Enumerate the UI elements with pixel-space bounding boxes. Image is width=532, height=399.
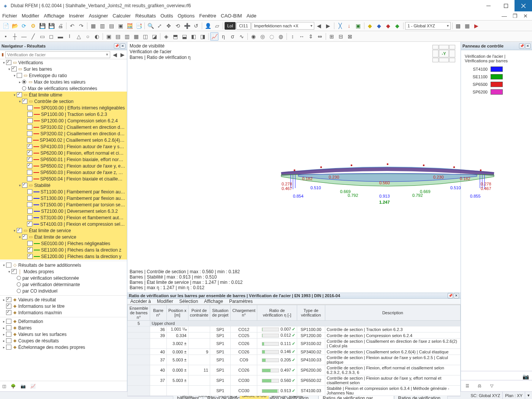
menu-options[interactable]: Options — [177, 13, 195, 19]
iso-icon[interactable]: ◈ — [162, 32, 170, 41]
list-icon[interactable]: ☰ — [464, 383, 471, 390]
menu-affichage[interactable]: Affichage — [44, 13, 64, 19]
tree-row[interactable]: ▸◆Barres — [0, 325, 127, 331]
tree-row[interactable]: par vérification déterminante — [0, 281, 127, 288]
open-icon[interactable]: 📂 — [11, 22, 19, 30]
navfoot-views-icon[interactable]: ◫ — [2, 384, 6, 389]
table3-icon[interactable]: ▤ — [107, 22, 116, 30]
menu-caobim[interactable]: CAO-BIM — [221, 13, 242, 19]
side-icon[interactable]: ⬓ — [180, 32, 188, 41]
show4-icon[interactable]: ◍ — [277, 32, 285, 41]
tree-row[interactable]: ST1100.00 | Flambement par flexion auto.… — [0, 188, 127, 195]
rotate-icon[interactable]: ⟲ — [174, 22, 182, 30]
tree-row[interactable]: Max de vérifications sélectionnées — [0, 85, 127, 92]
cloud-icon[interactable]: ⟳ — [20, 22, 28, 30]
table-icon[interactable]: ▦ — [89, 22, 97, 30]
snap-icon[interactable]: ⊞ — [328, 32, 336, 41]
tree-row[interactable]: ST1300.00 | Flambement par flexion auto.… — [0, 195, 127, 201]
zoomprev-icon[interactable]: ↺ — [192, 22, 200, 30]
tree-row[interactable]: SP4100.03 | Flexion autour de l'axe y se… — [0, 143, 127, 150]
view1-icon[interactable]: ▣ — [104, 32, 113, 41]
close-icon[interactable]: ✕ — [525, 43, 530, 49]
axis-icon[interactable]: ┼ — [11, 32, 19, 41]
show3-icon[interactable]: ◌ — [268, 32, 276, 41]
surface-icon[interactable]: ▭ — [38, 32, 46, 41]
tree-row[interactable]: ST2100.00 | Déversement selon 6.3.2 — [0, 208, 127, 214]
doc-icon[interactable]: 📑 — [135, 22, 143, 30]
imperf-combo[interactable]: Imperfektionen nach +X — [252, 22, 314, 30]
tree-row[interactable]: ◆Informations max/min — [0, 309, 127, 316]
redo-icon[interactable]: ↷ — [77, 22, 86, 30]
results-table[interactable]: Ensemble de barres n°Barre n°Position x … — [127, 305, 461, 396]
view4-icon[interactable]: ▦ — [132, 32, 140, 41]
scale3-icon[interactable]: ⇕ — [307, 32, 315, 41]
tree-row[interactable]: SP6500.03 | Flexion autour de l'axe z, e… — [0, 169, 127, 176]
saveall-icon[interactable]: 💾 — [47, 22, 55, 30]
tree-row[interactable]: ST3100.00 | Flexion et flambement autour… — [0, 214, 127, 221]
color4-icon[interactable]: ◆ — [393, 22, 402, 30]
tree-row[interactable]: ST1500.00 | Flambement par torsion selon… — [0, 201, 127, 208]
section-icon[interactable]: Ｉ — [65, 32, 74, 41]
tree-row[interactable]: ◆Informations sur le titre — [0, 303, 127, 309]
print-icon[interactable]: 🖨 — [56, 22, 65, 30]
tree-row[interactable]: ▾▭État limite ultime — [0, 92, 127, 98]
tree-row[interactable]: ▾▭Enveloppe du ratio — [0, 72, 127, 79]
ci-chip[interactable]: CI11 — [236, 22, 250, 30]
tree-row[interactable]: SP0100.00 | Efforts internes négligeable… — [0, 104, 127, 111]
tree-row[interactable]: SE0100.00 | Flèches négligeables — [0, 240, 127, 247]
menu-resultats[interactable]: Résultats — [135, 13, 156, 19]
tree-row[interactable]: SP3100.02 | Cisaillement en direction de… — [0, 124, 127, 130]
nav-next-icon[interactable]: ▶ — [119, 51, 125, 59]
struct-icon[interactable]: ╳ — [336, 22, 344, 30]
mesh-icon[interactable]: ▩ — [454, 22, 462, 30]
pin-icon[interactable]: 📌 — [114, 43, 119, 49]
view5-icon[interactable]: ◫ — [141, 32, 149, 41]
view3-icon[interactable]: ▥ — [123, 32, 131, 41]
menu-aide[interactable]: Aide — [247, 13, 256, 19]
color1-icon[interactable]: ◆ — [366, 22, 374, 30]
lol-chip[interactable]: LoI — [225, 22, 236, 30]
tree-row[interactable]: ▸▭Max de toutes les valeurs — [0, 79, 127, 85]
maximize-button[interactable] — [497, 0, 515, 11]
tree-row[interactable]: ▾▭Vérifications — [0, 59, 127, 66]
pan-icon[interactable]: ✥ — [165, 22, 173, 30]
tree-row[interactable]: SE1200.00 | Flèches dans la direction y — [0, 253, 127, 260]
sb-more-icon[interactable]: ▾ — [525, 392, 532, 399]
show1-icon[interactable]: ◉ — [249, 32, 258, 41]
close-button[interactable] — [515, 0, 532, 11]
tree-row[interactable]: ▾◇Résultats de barre additionnels — [0, 262, 127, 268]
undo-icon[interactable]: ↶ — [68, 22, 76, 30]
top-icon[interactable]: ⬒ — [171, 32, 179, 41]
filter-icon[interactable]: ▽ — [488, 383, 495, 390]
pin-icon[interactable]: 📌 — [519, 43, 524, 49]
tree-row[interactable]: ▾│Modes propres — [0, 268, 127, 275]
pin-icon[interactable]: 📌 — [448, 293, 453, 298]
menu-fenetre[interactable]: Fenêtre — [199, 13, 216, 19]
balance-icon[interactable]: ⚖ — [476, 383, 483, 390]
tree-row[interactable]: ▾▭Contrôle de section — [0, 98, 127, 104]
result-icon[interactable]: ▣ — [354, 22, 363, 30]
support-icon[interactable]: △ — [74, 32, 83, 41]
tree-row[interactable]: SP6500.01 | Flexion biaxiale, effort nor… — [0, 156, 127, 163]
view2-icon[interactable]: ▤ — [114, 32, 122, 41]
tree-row[interactable]: SP3200.02 | Cisaillement en direction de… — [0, 130, 127, 137]
color3-icon[interactable]: ◆ — [384, 22, 393, 30]
nav-prev-icon[interactable]: ◀ — [112, 51, 118, 59]
tree-row[interactable]: SP3400.02 | Cisaillement selon 6.2.6(4) … — [0, 137, 127, 143]
tree-row[interactable]: SP6500.02 | Flexion autour de l'axe y, e… — [0, 163, 127, 169]
menu-modifier[interactable]: Modifier — [22, 13, 39, 19]
new-icon[interactable]: 📄 — [2, 22, 10, 30]
color2-icon[interactable]: ◆ — [375, 22, 383, 30]
nav-tree[interactable]: ▾▭Vérifications▾▭Sur les barres▾▭Envelop… — [0, 59, 127, 381]
member-icon[interactable]: — — [20, 32, 28, 41]
run-icon[interactable]: ▶ — [472, 22, 481, 30]
menu-outils[interactable]: Outils — [160, 13, 173, 19]
zoom-all-icon[interactable]: ⤢ — [155, 22, 164, 30]
menu-inserer[interactable]: Insérer — [69, 13, 84, 19]
tree-row[interactable]: ▾▭Sur les barres — [0, 66, 127, 72]
tree-row[interactable]: ▸◆Coupes de résultats — [0, 337, 127, 344]
minimize-doc-button[interactable]: — — [500, 12, 508, 20]
navfoot-result-icon[interactable]: 📈 — [30, 384, 36, 389]
tree-row[interactable]: ST4100.03 | Flexion et compression selon… — [0, 221, 127, 227]
snap2-icon[interactable]: ⊟ — [337, 32, 345, 41]
